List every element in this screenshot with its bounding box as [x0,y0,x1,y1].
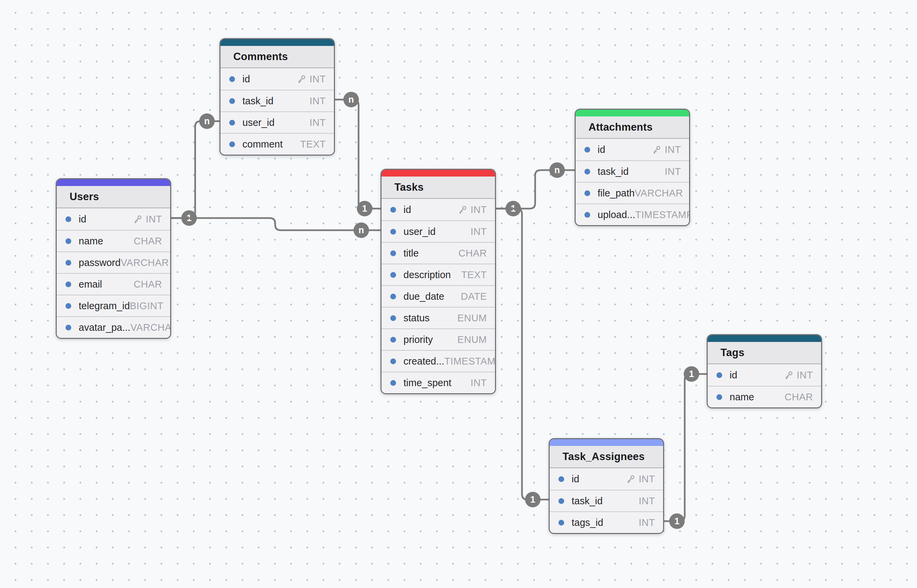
table-tasks[interactable]: TasksidINTuser_idINTtitleCHARdescription… [380,169,496,394]
field-row[interactable]: emailCHAR [57,273,170,295]
field-name: name [79,236,104,247]
field-name: priority [403,334,433,345]
field-type: INT [471,226,487,237]
field-row[interactable]: tags_idINT [550,511,663,533]
field-type: VARCHAR [121,257,169,268]
field-dot-icon [390,359,396,364]
table-accent-bar [220,39,334,46]
field-name: user_id [403,226,435,237]
field-dot-icon [390,315,396,321]
field-row[interactable]: avatar_pa...VARCHAR [57,316,170,338]
field-dot-icon [390,250,396,256]
field-row[interactable]: nameCHAR [708,386,821,407]
cardinality-bubble: n [549,162,565,178]
field-row[interactable]: user_idINT [382,220,495,242]
field-row[interactable]: idINT [220,68,334,90]
field-type: VARCHAR [635,188,683,199]
field-dot-icon [390,272,396,278]
table-accent-bar [57,179,170,186]
field-row[interactable]: idINT [550,468,663,490]
relationship-line[interactable] [335,100,380,208]
relationship-line[interactable] [496,208,549,499]
field-row[interactable]: commentTEXT [220,133,334,155]
field-row[interactable]: nameCHAR [57,230,170,252]
field-row[interactable]: user_idINT [220,111,334,133]
field-row[interactable]: file_pathVARCHAR [576,182,689,204]
field-type: TIMESTAMP [444,356,496,367]
field-type: INT [471,204,487,215]
field-row[interactable]: upload...TIMESTAMP [576,204,689,225]
field-dot-icon [229,76,235,82]
primary-key-icon [457,205,467,215]
field-dot-icon [584,191,590,196]
field-row[interactable]: idINT [708,364,821,386]
relationship-line[interactable] [664,374,707,521]
field-type: BIGINT [130,300,164,312]
field-row[interactable]: task_idINT [550,490,663,511]
field-dot-icon [390,207,396,213]
diagram-canvas[interactable]: 1nnn11n111UsersidINTnameCHARpasswordVARC… [0,0,917,588]
field-type: VARCHAR [130,322,171,333]
table-attachments[interactable]: AttachmentsidINTtask_idINTfile_pathVARCH… [575,109,690,226]
field-row[interactable]: priorityENUM [382,328,495,350]
cardinality-label: n [348,95,354,105]
field-row[interactable]: task_idINT [576,160,689,182]
field-name: id [572,473,579,485]
field-dot-icon [390,380,396,386]
field-name: avatar_pa... [79,322,130,333]
field-dot-icon [66,260,71,266]
field-row[interactable]: idINT [382,199,495,220]
field-row[interactable]: statusENUM [382,307,495,328]
field-name: created... [403,356,444,367]
cardinality-label: n [204,116,210,126]
field-dot-icon [716,372,722,378]
field-dot-icon [66,238,71,244]
field-dot-icon [229,120,235,126]
field-type: INT [310,95,326,107]
table-title: Users [57,186,170,208]
field-name: comment [243,139,283,150]
cardinality-label: 1 [530,494,535,505]
field-row[interactable]: telegram_idBIGINT [57,295,170,316]
field-row[interactable]: descriptionTEXT [382,263,495,285]
table-comments[interactable]: CommentsidINTtask_idINTuser_idINTcomment… [220,38,335,156]
field-row[interactable]: idINT [576,139,689,160]
table-accent-bar [550,439,663,446]
field-row[interactable]: passwordVARCHAR [57,252,170,273]
field-type: TIMESTAMP [635,209,690,220]
field-row[interactable]: titleCHAR [382,242,495,263]
table-task_assignees[interactable]: Task_AssigneesidINTtask_idINTtags_idINT [549,438,664,534]
field-row[interactable]: due_dateDATE [382,285,495,307]
cardinality-bubble: n [354,223,369,238]
field-name: task_id [243,95,273,107]
field-row[interactable]: time_spentINT [382,372,495,393]
field-type: ENUM [458,334,487,345]
primary-key-icon [296,74,307,84]
field-name: task_id [572,496,603,507]
field-name: task_id [598,166,629,177]
field-type: INT [471,377,487,389]
table-users[interactable]: UsersidINTnameCHARpasswordVARCHARemailCH… [56,178,171,339]
field-name: title [403,248,419,259]
table-tags[interactable]: TagsidINTnameCHAR [707,334,822,409]
field-row[interactable]: task_idINT [220,90,334,111]
field-row[interactable]: idINT [57,208,170,230]
cardinality-bubble: n [199,113,215,129]
field-name: email [79,279,102,290]
field-dot-icon [390,337,396,342]
cardinality-bubble: 1 [525,492,540,507]
table-accent-bar [382,170,495,176]
primary-key-icon [783,370,794,380]
field-name: id [598,144,605,155]
field-type: TEXT [300,139,326,150]
field-name: user_id [243,117,275,128]
field-dot-icon [716,394,722,400]
field-row[interactable]: created...TIMESTAMP [382,350,495,372]
field-type: TEXT [461,269,487,281]
table-title: Comments [220,46,334,68]
relationship-line[interactable] [496,170,575,208]
relationship-line[interactable] [171,121,220,218]
field-dot-icon [584,147,590,153]
relationship-line[interactable] [171,218,380,230]
field-dot-icon [558,520,564,525]
